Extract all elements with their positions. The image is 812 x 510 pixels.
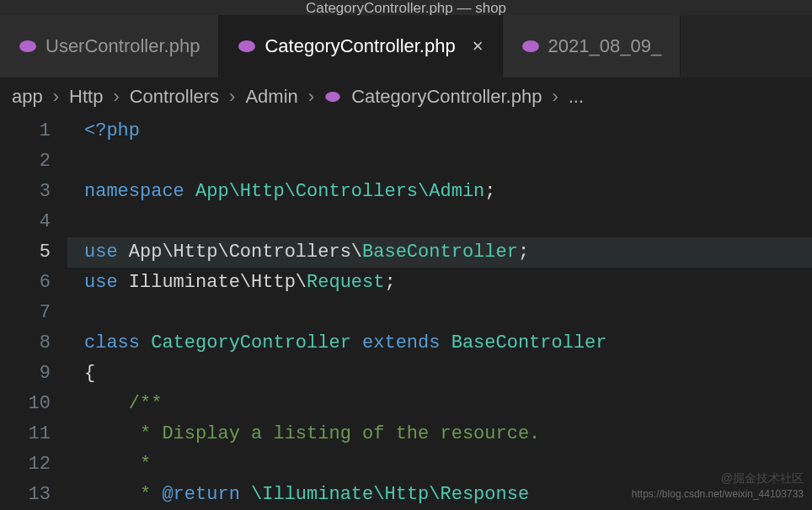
elephant-icon [19, 40, 37, 53]
line-number: 8 [0, 328, 51, 359]
svg-point-2 [522, 40, 539, 52]
line-number: 12 [0, 449, 51, 480]
code-editor[interactable]: 1 2 3 4 5 6 7 8 9 10 11 12 13 <?php name… [0, 116, 812, 510]
doc-comment: /** [129, 393, 163, 414]
doc-tag: @return [162, 484, 239, 505]
semicolon: ; [484, 181, 495, 202]
window-title: CategoryController.php — shop [0, 0, 812, 15]
keyword: use [84, 272, 129, 293]
code-line[interactable]: class CategoryController extends BaseCon… [67, 328, 812, 359]
line-number: 4 [0, 207, 51, 237]
elephant-icon [324, 91, 341, 103]
namespace-path: Illuminate\Http\ [129, 272, 307, 293]
keyword: use [84, 242, 129, 263]
breadcrumb[interactable]: app › Http › Controllers › Admin › Categ… [0, 77, 812, 116]
code-line[interactable]: use App\Http\Controllers\BaseController; [67, 237, 812, 268]
namespace-path: App\Http\Controllers\ [129, 242, 362, 263]
code-line[interactable]: namespace App\Http\Controllers\Admin; [67, 177, 812, 207]
tab-label: CategoryController.php [264, 35, 455, 57]
elephant-icon [238, 40, 256, 53]
code-line[interactable] [67, 207, 812, 237]
line-number: 10 [0, 389, 51, 419]
watermark-url: https://blog.csdn.net/weixin_44103733 [632, 488, 804, 500]
keyword: extends [351, 332, 451, 353]
keyword: class [84, 332, 151, 353]
doc-comment: * [129, 484, 163, 505]
class-name: BaseController [362, 242, 518, 263]
chevron-right-icon: › [308, 86, 314, 108]
close-icon[interactable]: × [473, 35, 483, 57]
chevron-right-icon: › [53, 86, 59, 108]
namespace-name: App\Http\Controllers\Admin [195, 181, 484, 202]
code-line[interactable]: * [67, 449, 812, 480]
class-name: CategoryController [151, 332, 351, 353]
semicolon: ; [518, 242, 529, 263]
doc-return-type: \Illuminate\Http\Response [251, 484, 529, 505]
line-number: 6 [0, 268, 51, 298]
brace: { [84, 363, 95, 384]
code-line[interactable] [67, 298, 812, 328]
class-name: BaseController [451, 332, 607, 353]
breadcrumb-part[interactable]: CategoryController.php [351, 86, 542, 108]
tab-usercontroller[interactable]: UserController.php [0, 15, 219, 77]
breadcrumb-part[interactable]: Controllers [130, 86, 219, 108]
elephant-icon [521, 40, 540, 53]
chevron-right-icon: › [229, 86, 235, 108]
breadcrumb-part[interactable]: app [12, 86, 43, 108]
svg-point-0 [19, 40, 36, 52]
svg-point-3 [325, 92, 340, 102]
code-line[interactable]: { [67, 359, 812, 389]
code-line[interactable]: <?php [67, 116, 812, 146]
chevron-right-icon: › [113, 86, 119, 108]
tab-label: UserController.php [45, 35, 200, 57]
tabs-bar: UserController.php CategoryController.ph… [0, 15, 812, 77]
line-number: 2 [0, 146, 51, 177]
code-line[interactable]: use Illuminate\Http\Request; [67, 268, 812, 298]
line-number: 3 [0, 177, 51, 207]
tab-migration[interactable]: 2021_08_09_ [503, 15, 681, 77]
keyword: namespace [84, 181, 195, 202]
semicolon: ; [384, 272, 395, 293]
watermark-text: @掘金技术社区 [721, 471, 804, 486]
line-number: 13 [0, 480, 51, 510]
code-line[interactable]: * Display a listing of the resource. [67, 419, 812, 449]
line-number: 11 [0, 419, 51, 449]
php-open-tag: <?php [84, 120, 140, 141]
svg-point-1 [238, 40, 255, 52]
line-number: 7 [0, 298, 51, 328]
chevron-right-icon: › [552, 86, 558, 108]
line-number-gutter: 1 2 3 4 5 6 7 8 9 10 11 12 13 [0, 116, 67, 510]
doc-comment: * Display a listing of the resource. [129, 423, 540, 444]
line-number: 5 [0, 237, 51, 268]
tab-label: 2021_08_09_ [548, 35, 662, 57]
doc-comment [240, 484, 251, 505]
code-area[interactable]: <?php namespace App\Http\Controllers\Adm… [67, 116, 812, 510]
code-line[interactable]: /** [67, 389, 812, 419]
breadcrumb-more[interactable]: ... [569, 86, 584, 108]
doc-comment: * [129, 454, 151, 475]
code-line[interactable] [67, 146, 812, 177]
line-number: 9 [0, 359, 51, 389]
tab-categorycontroller[interactable]: CategoryController.php × [219, 15, 502, 77]
breadcrumb-part[interactable]: Admin [245, 86, 297, 108]
class-name: Request [307, 272, 384, 293]
breadcrumb-part[interactable]: Http [69, 86, 103, 108]
line-number: 1 [0, 116, 51, 146]
